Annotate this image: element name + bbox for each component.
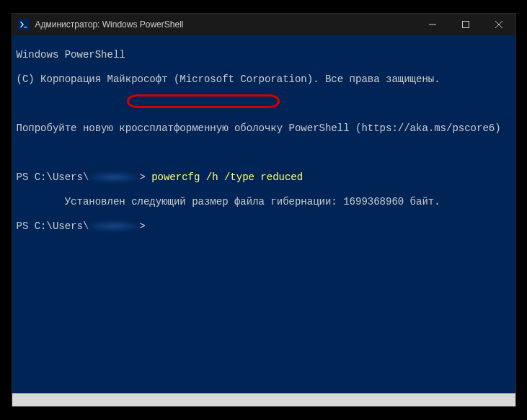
window-title: Администратор: Windows PowerShell [35, 19, 416, 30]
minimize-icon [429, 21, 436, 28]
redacted-username [89, 221, 139, 231]
try-new-shell-line: Попробуйте новую кроссплатформенную обол… [17, 122, 511, 135]
close-icon [495, 21, 502, 28]
maximize-button[interactable] [449, 14, 482, 35]
redacted-username [89, 172, 139, 182]
prompt-prefix: PS C:\Users\ [17, 220, 89, 232]
command-line-1: PS C:\Users\> powercfg /h /type reduced [17, 171, 511, 184]
window-controls [416, 14, 515, 35]
minimize-button[interactable] [416, 14, 449, 35]
maximize-icon [462, 21, 469, 28]
header-line-2: (C) Корпорация Майкрософт (Microsoft Cor… [17, 73, 511, 86]
terminal-output[interactable]: Windows PowerShell (C) Корпорация Майкро… [12, 35, 515, 406]
blank-line [17, 98, 511, 110]
header-line-1: Windows PowerShell [17, 49, 511, 61]
prompt-suffix: > [139, 220, 145, 232]
window-titlebar[interactable]: Администратор: Windows PowerShell [12, 14, 515, 35]
result-line: Установлен следующий размер файла гиберн… [17, 196, 511, 208]
prompt-suffix: > [139, 171, 145, 183]
blank-line [17, 147, 511, 159]
close-button[interactable] [482, 14, 515, 35]
powershell-icon [18, 19, 30, 30]
powershell-window: Администратор: Windows PowerShell Window… [12, 13, 516, 407]
entered-command: powercfg /h /type reduced [151, 171, 303, 183]
command-line-2: PS C:\Users\> [17, 220, 511, 233]
svg-rect-0 [462, 22, 469, 28]
prompt-prefix: PS C:\Users\ [17, 171, 89, 183]
